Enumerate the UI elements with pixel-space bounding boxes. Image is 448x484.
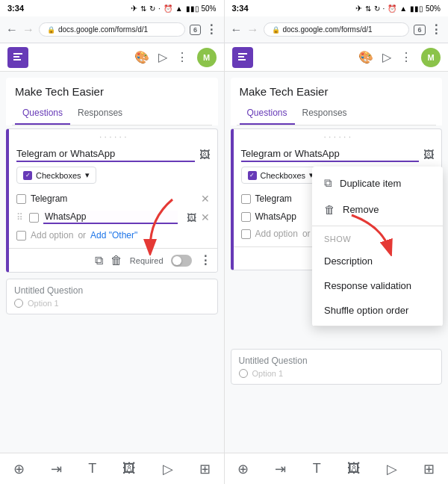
left-option1-text: Option 1 <box>28 299 59 308</box>
show-section-label: Show <box>312 229 443 249</box>
validation-label: Response validation <box>324 280 411 291</box>
left-checkbox-whatsapp[interactable] <box>29 213 39 223</box>
right-browser-menu[interactable]: ⋮ <box>430 22 443 37</box>
right-app-icon <box>232 47 253 68</box>
dot-icon-right: · <box>383 4 385 13</box>
battery-icon-right: ▮▮▯ 50% <box>410 4 441 13</box>
right-nav-video[interactable]: ▷ <box>387 461 397 477</box>
left-tab-count[interactable]: 6 <box>190 25 201 35</box>
right-checkbox-whatsapp[interactable] <box>241 212 251 222</box>
left-app-icon <box>7 47 28 68</box>
svg-rect-1 <box>13 56 19 58</box>
context-menu-duplicate[interactable]: ⧉ Duplicate item <box>312 170 443 196</box>
left-add-option-text[interactable]: Add option <box>31 230 73 241</box>
right-nav-add[interactable]: ⊕ <box>237 461 249 477</box>
left-remove-whatsapp[interactable]: ✕ <box>201 211 210 223</box>
right-checkbox-type-icon: ✓ <box>248 171 257 180</box>
left-nav-text[interactable]: T <box>88 461 96 477</box>
context-menu-validation[interactable]: Response validation <box>312 273 443 298</box>
left-question-title[interactable]: Telegram or WhatsApp <box>16 146 195 162</box>
right-nav-back[interactable]: ← <box>231 23 243 37</box>
more-icon-right[interactable]: ⋮ <box>400 50 412 64</box>
wifi-icon-left: ▲ <box>175 4 183 13</box>
left-url-bar[interactable]: 🔒 docs.google.com/forms/d/1 <box>39 22 185 37</box>
context-menu-remove[interactable]: 🗑 Remove <box>312 196 443 223</box>
left-untitled-card: Untitled Question Option 1 <box>6 279 218 314</box>
dot-icon-left: · <box>158 4 161 13</box>
send-icon-right[interactable]: ▷ <box>382 50 391 64</box>
right-option1-text: Option 1 <box>252 369 284 378</box>
refresh-icon-left: ↻ <box>149 4 155 13</box>
left-add-option-row: Add option or Add "Other" <box>16 227 210 243</box>
left-option1-placeholder: Option 1 <box>14 299 210 308</box>
right-tab-responses[interactable]: Responses <box>295 102 355 125</box>
right-untitled-card: Untitled Question Option 1 <box>231 349 443 385</box>
context-menu-shuffle[interactable]: Shuffle option order <box>312 298 443 323</box>
right-add-option-text[interactable]: Add option <box>255 229 298 239</box>
left-option-image-icon[interactable]: 🖼 <box>187 212 196 223</box>
battery-icon-left: ▮▮▯ 50% <box>186 4 217 13</box>
left-nav-image[interactable]: 🖼 <box>122 461 136 477</box>
left-trash-icon[interactable]: 🗑 <box>111 254 122 267</box>
avatar-left: M <box>197 48 217 67</box>
right-untitled-title: Untitled Question <box>239 356 435 366</box>
right-checkbox-telegram[interactable] <box>241 194 251 204</box>
left-required-toggle[interactable] <box>171 255 192 267</box>
palette-icon-right[interactable]: 🎨 <box>358 50 373 64</box>
right-add-checkbox <box>241 229 251 239</box>
left-nav-grid[interactable]: ⊞ <box>199 461 211 477</box>
right-url-bar[interactable]: 🔒 docs.google.com/forms/d/1 <box>264 22 410 37</box>
left-add-other-link[interactable]: Add "Other" <box>90 230 137 241</box>
send-icon-left[interactable]: ▷ <box>158 50 167 64</box>
right-question-card: · · · · · · Telegram or WhatsApp 🖼 ✓ Che… <box>231 128 443 270</box>
right-nav-image[interactable]: 🖼 <box>347 461 361 477</box>
right-url-text: docs.google.com/forms/d/1 <box>283 25 373 34</box>
left-nav-import[interactable]: ⇥ <box>51 461 62 477</box>
left-tab-questions[interactable]: Questions <box>15 102 70 125</box>
lock-icon-left: 🔒 <box>47 26 55 34</box>
left-more-options[interactable]: ⋮ <box>199 253 211 267</box>
right-nav-text[interactable]: T <box>313 461 321 477</box>
right-option1-placeholder: Option 1 <box>239 369 435 378</box>
left-required-label: Required <box>130 256 164 265</box>
remove-label: Remove <box>343 204 379 215</box>
palette-icon-left[interactable]: 🎨 <box>134 50 149 64</box>
more-icon-left[interactable]: ⋮ <box>176 50 188 64</box>
right-context-menu: ⧉ Duplicate item 🗑 Remove Show Descripti… <box>312 167 443 326</box>
left-nav-add[interactable]: ⊕ <box>13 461 25 477</box>
context-menu-description[interactable]: Description <box>312 249 443 273</box>
right-nav-import[interactable]: ⇥ <box>275 461 286 477</box>
left-card-footer: ⧉ 🗑 Required ⋮ <box>9 248 217 272</box>
left-remove-telegram[interactable]: ✕ <box>201 193 210 205</box>
description-label: Description <box>324 255 373 267</box>
right-tab-count[interactable]: 6 <box>414 25 425 35</box>
svg-rect-6 <box>238 59 246 60</box>
left-nav-back[interactable]: ← <box>6 23 18 37</box>
right-form-content: Make Tech Easier Questions Responses · ·… <box>225 72 449 453</box>
left-option-telegram: Telegram ✕ <box>16 190 210 208</box>
right-nav-grid[interactable]: ⊞ <box>423 461 435 477</box>
left-drag-whatsapp[interactable]: ⠿ <box>16 212 23 223</box>
left-question-image-icon[interactable]: 🖼 <box>199 149 210 161</box>
left-checkbox-telegram[interactable] <box>16 194 26 204</box>
left-browser-menu[interactable]: ⋮ <box>205 22 218 37</box>
shuffle-label: Shuffle option order <box>324 305 408 316</box>
left-type-selector[interactable]: ✓ Checkboxes ▾ <box>16 167 96 184</box>
right-form-tabs: Questions Responses <box>237 102 437 125</box>
left-tab-responses[interactable]: Responses <box>70 102 130 125</box>
right-form-title: Make Tech Easier <box>237 82 437 102</box>
right-question-title[interactable]: Telegram or WhatsApp <box>241 146 420 162</box>
left-nav-forward[interactable]: → <box>22 23 34 37</box>
left-question-card: · · · · · · Telegram or WhatsApp 🖼 ✓ Che… <box>6 128 218 273</box>
right-question-image-icon[interactable]: 🖼 <box>423 149 434 161</box>
left-option-whatsapp-text[interactable]: WhatsApp <box>43 211 178 224</box>
alarm-icon-right: ⏰ <box>388 4 396 13</box>
right-browser-bar: ← → 🔒 docs.google.com/forms/d/1 6 ⋮ <box>225 16 449 43</box>
left-copy-icon[interactable]: ⧉ <box>95 254 103 267</box>
right-tab-questions[interactable]: Questions <box>240 102 295 125</box>
right-type-selector[interactable]: ✓ Checkboxes ▾ <box>241 167 321 184</box>
lock-icon-right: 🔒 <box>272 26 280 34</box>
right-nav-forward[interactable]: → <box>247 23 259 37</box>
left-nav-video[interactable]: ▷ <box>163 461 173 477</box>
right-type-label: Checkboxes <box>261 171 306 180</box>
